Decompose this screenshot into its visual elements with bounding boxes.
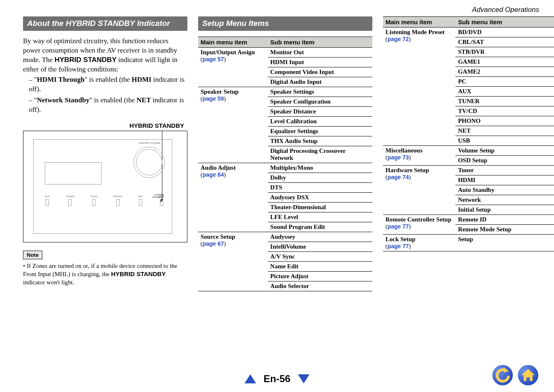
col1-li1: "HDMI Through" is enabled (the HDMI indi… — [29, 75, 187, 94]
hs-led — [160, 200, 162, 202]
page-link[interactable]: page 74 — [385, 174, 453, 181]
main-menu-item: Input/Output Assignpage 57 — [198, 48, 268, 87]
sub-menu-item: TV/CD — [455, 106, 554, 116]
sub-menu-item: NET — [455, 126, 554, 136]
col1-body: By way of optimized circuitry, this func… — [23, 37, 187, 115]
dial-label: MASTER VOLUME — [134, 142, 165, 144]
volume-dial-inner — [136, 149, 162, 175]
sub-menu-item: Level Calibration — [268, 117, 372, 127]
btn — [46, 199, 49, 206]
page-link[interactable]: page 72 — [385, 36, 453, 43]
sub-menu-item: Network — [455, 195, 554, 205]
sub-menu-item: Tuner — [455, 166, 554, 175]
page-link[interactable]: page 73 — [385, 154, 453, 161]
sub-menu-item: Name Edit — [268, 262, 372, 272]
display-window — [45, 162, 102, 184]
main-title: Speaker Setup — [201, 88, 239, 95]
sub-menu-item: Audyssey — [268, 232, 372, 242]
sub-menu-item: Monitor Out — [268, 48, 372, 58]
lbl: AUX — [45, 195, 50, 198]
sub-menu-item: IntelliVolume — [268, 242, 372, 252]
sub-menu-item: Theater-Dimensional — [268, 203, 372, 212]
main-title: Audio Adjust — [201, 164, 235, 171]
t: " — [34, 96, 37, 104]
main-menu-item: Miscellaneouspage 73 — [383, 146, 455, 166]
sub-menu-item: Equalizer Settings — [268, 127, 372, 136]
input-tuner: TUNER — [66, 195, 74, 206]
th-sub: Sub menu item — [455, 17, 554, 28]
main-menu-item: Hardware Setuppage 74 — [383, 166, 455, 215]
page-number: En-56 — [263, 373, 290, 385]
sub-menu-item: Digital Audio Input — [268, 77, 372, 87]
sub-menu-item: DTS — [268, 183, 372, 193]
lbl: PHONO — [113, 195, 122, 198]
sub-menu-item: Audio Selector — [268, 281, 372, 291]
page-link[interactable]: page 77 — [385, 243, 453, 250]
sub-menu-item: Sound Program Edit — [268, 222, 372, 232]
sub-menu-item: Speaker Configuration — [268, 97, 372, 107]
sub-menu-item: HDMI Input — [268, 58, 372, 67]
sub-menu-item: GAME2 — [455, 67, 554, 77]
table-row: Hardware Setuppage 74Tuner — [383, 166, 554, 175]
note-text: If Zones are turned on or, if a mobile d… — [23, 262, 187, 287]
input-net: NET — [138, 195, 143, 206]
main-title: Miscellaneous — [385, 147, 422, 154]
table-row: Remote Controller Setuppage 77Remote ID — [383, 215, 554, 225]
th-sub: Sub menu item — [268, 37, 372, 48]
table-row: Speaker Setuppage 59Speaker Settings — [198, 87, 372, 97]
sub-menu-item: TUNER — [455, 97, 554, 106]
main-menu-item: Source Setuppage 67 — [198, 232, 268, 291]
back-icon[interactable] — [492, 364, 514, 386]
table-row: Listening Mode Presetpage 72BD/DVD — [383, 28, 554, 37]
main-menu-item: Speaker Setuppage 59 — [198, 87, 268, 163]
t: HDMI — [132, 76, 151, 83]
main-title: Hardware Setup — [385, 167, 429, 173]
page-link[interactable]: page 77 — [385, 223, 453, 230]
sub-menu-item: Remote Mode Setup — [455, 225, 554, 235]
sub-menu-item: A/V Sync — [268, 252, 372, 262]
lbl: TV/CD — [90, 195, 97, 198]
page-link[interactable]: page 67 — [201, 240, 265, 247]
sub-menu-item: Audyssey DSX — [268, 193, 372, 203]
note-label: Note — [23, 251, 42, 259]
page-link[interactable]: page 59 — [201, 95, 265, 102]
sub-menu-item: THX Audio Setup — [268, 136, 372, 146]
prev-page-button[interactable] — [245, 374, 256, 383]
sub-menu-item: USB — [455, 136, 554, 146]
th-main: Main menu item — [383, 17, 455, 28]
btn — [92, 199, 95, 206]
t: HYBRID STANDBY — [111, 270, 166, 277]
sub-menu-item: OSD Setup — [455, 156, 554, 166]
t: indicator won't light. — [23, 279, 74, 286]
input-phono: PHONO — [113, 195, 122, 206]
home-icon[interactable] — [517, 364, 539, 386]
hybrid-standby-caption: HYBRID STANDBY — [23, 122, 184, 129]
th-main: Main menu item — [198, 37, 268, 48]
page-link[interactable]: page 64 — [201, 171, 265, 178]
t: " — [34, 76, 37, 83]
receiver-illustration: MASTER VOLUME AUX TUNER TV/CD PHONO NET … — [23, 131, 187, 242]
col1-p1b-pre: The — [42, 56, 55, 64]
sub-menu-item: Speaker Settings — [268, 87, 372, 97]
table-row: Lock Setuppage 77Setup — [383, 235, 554, 251]
main-title: Source Setup — [201, 233, 235, 240]
table-row: Miscellaneouspage 73Volume Setup — [383, 146, 554, 156]
main-title: Listening Mode Preset — [385, 29, 445, 35]
main-menu-item: Lock Setuppage 77 — [383, 235, 455, 251]
main-title: Remote Controller Setup — [385, 216, 451, 223]
sub-menu-item: Remote ID — [455, 215, 554, 225]
sub-menu-item: LFE Level — [268, 212, 372, 222]
sub-menu-item: AUX — [455, 87, 554, 97]
sub-menu-item: BD/DVD — [455, 28, 554, 37]
lbl: NET — [138, 195, 143, 198]
hs-label: HYBRID STANDBY — [152, 194, 164, 198]
btn — [139, 199, 142, 206]
col2-title: Setup Menu Items — [198, 16, 372, 31]
table-row: Input/Output Assignpage 57Monitor Out — [198, 48, 372, 58]
col1-title: About the HYBRID STANDBY Indicator — [23, 16, 187, 31]
inputs-row: AUX TUNER TV/CD PHONO NET USB — [45, 195, 164, 206]
next-page-button[interactable] — [298, 374, 309, 383]
page-link[interactable]: page 57 — [201, 56, 265, 63]
lbl: TUNER — [66, 195, 74, 198]
t: NET — [136, 96, 151, 104]
